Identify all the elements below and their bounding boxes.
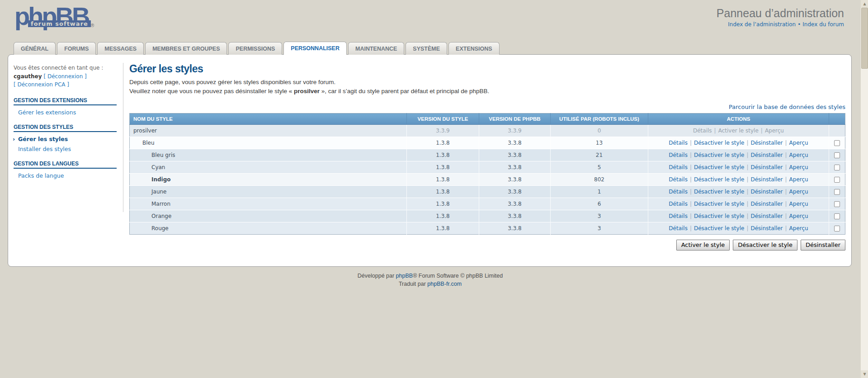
- action-link-apercu[interactable]: Aperçu: [789, 189, 808, 195]
- action-link-desinstaller[interactable]: Désinstaller: [750, 201, 783, 207]
- action-link-desactiver-le-style[interactable]: Désactiver le style: [694, 189, 744, 195]
- action-link-details[interactable]: Détails: [693, 128, 712, 134]
- row-checkbox[interactable]: [834, 201, 840, 207]
- row-checkbox[interactable]: [834, 177, 840, 183]
- scrollbar-thumb[interactable]: [861, 8, 868, 69]
- tab-systeme[interactable]: SYSTÈME: [406, 42, 447, 55]
- action-link-apercu[interactable]: Aperçu: [789, 164, 808, 170]
- style-name: Cyan: [130, 161, 407, 174]
- tab-forums[interactable]: FORUMS: [57, 42, 96, 55]
- sidebar-item-installer-des-styles[interactable]: Installer des styles: [14, 146, 117, 152]
- style-row-jaune: Jaune1.3.83.3.81Détails|Désactiver le st…: [130, 186, 845, 198]
- action-link-apercu[interactable]: Aperçu: [789, 225, 808, 232]
- action-link-desactiver-le-style[interactable]: Désactiver le style: [694, 140, 744, 146]
- action-separator: |: [688, 201, 694, 207]
- bulk-action-buttons: Activer le styleDésactiver le styleDésin…: [129, 240, 845, 250]
- breadcrumb-link-admin-index[interactable]: Index de l’administration: [728, 21, 796, 28]
- checkbox-cell: [829, 222, 845, 235]
- user-info: Vous êtes connecté en tant que : cgauthe…: [14, 64, 117, 89]
- action-separator: |: [688, 176, 694, 183]
- vertical-scrollbar[interactable]: ▲ ▼: [860, 0, 868, 378]
- row-checkbox[interactable]: [834, 165, 840, 170]
- sidebar-item-packs-de-langue[interactable]: Packs de langue: [14, 172, 117, 179]
- action-link-desactiver-le-style[interactable]: Désactiver le style: [694, 201, 744, 207]
- sidebar-item-label[interactable]: Installer des styles: [18, 146, 71, 152]
- style-name: Indigo: [130, 174, 407, 186]
- page-title: Gérer les styles: [129, 63, 845, 75]
- scroll-down-arrow-icon[interactable]: ▼: [861, 370, 868, 378]
- action-link-details[interactable]: Détails: [669, 189, 688, 195]
- action-link-apercu[interactable]: Aperçu: [765, 128, 784, 134]
- browse-styles-database-link[interactable]: Parcourir la base de données des styles: [729, 104, 845, 110]
- active-item-arrow-icon: ›: [13, 136, 15, 142]
- sidebar-item-label[interactable]: Packs de langue: [18, 172, 64, 179]
- row-checkbox[interactable]: [834, 189, 840, 195]
- footer-credit-line: Développé par phpBB® Forum Software © ph…: [0, 272, 860, 280]
- row-checkbox[interactable]: [834, 152, 840, 158]
- action-link-apercu[interactable]: Aperçu: [789, 201, 808, 207]
- phpbb-version: 3.3.8: [479, 222, 551, 235]
- action-link-desactiver-le-style[interactable]: Désactiver le style: [694, 152, 744, 158]
- action-link-apercu[interactable]: Aperçu: [789, 176, 808, 183]
- style-name: Orange: [130, 210, 407, 222]
- action-link-desactiver-le-style[interactable]: Désactiver le style: [694, 164, 744, 170]
- action-link-desactiver-le-style[interactable]: Désactiver le style: [694, 225, 744, 232]
- action-link-desactiver-le-style[interactable]: Désactiver le style: [694, 213, 744, 219]
- actions-cell: Détails|Désactiver le style|Désinstaller…: [648, 149, 829, 161]
- action-link-desinstaller[interactable]: Désinstaller: [750, 164, 783, 170]
- action-link-details[interactable]: Détails: [669, 225, 688, 232]
- style-version: 3.3.9: [407, 125, 479, 137]
- action-link-details[interactable]: Détails: [669, 176, 688, 183]
- action-link-desinstaller[interactable]: Désinstaller: [750, 140, 783, 146]
- row-checkbox[interactable]: [834, 226, 840, 232]
- footer: Développé par phpBB® Forum Software © ph…: [0, 272, 860, 288]
- sidebar-item-gerer-les-extensions[interactable]: Gérer les extensions: [14, 109, 117, 116]
- style-name: prosilver: [130, 125, 407, 137]
- tab-maintenance[interactable]: MAINTENANCE: [348, 42, 404, 55]
- tab-general[interactable]: GÉNÉRAL: [14, 42, 56, 55]
- tab-extensions[interactable]: EXTENSIONS: [448, 42, 500, 55]
- tab-membres-et-groupes[interactable]: MEMBRES ET GROUPES: [145, 42, 227, 55]
- action-link-details[interactable]: Détails: [669, 213, 688, 219]
- breadcrumb-link-forum-index[interactable]: Index du forum: [802, 21, 844, 28]
- checkbox-cell: [829, 174, 845, 186]
- phpbb-link[interactable]: phpBB: [396, 273, 413, 279]
- style-name: Jaune: [130, 186, 407, 198]
- action-link-details[interactable]: Détails: [669, 164, 688, 170]
- menu-section-gestion-des-styles: GESTION DES STYLES›Gérer les stylesInsta…: [14, 124, 117, 152]
- sidebar-item-gerer-les-styles[interactable]: ›Gérer les styles: [14, 136, 117, 142]
- action-link-activer-le-style[interactable]: Activer le style: [718, 128, 759, 134]
- row-checkbox[interactable]: [834, 140, 840, 146]
- sidebar-item-label[interactable]: Gérer les styles: [18, 136, 68, 142]
- action-link-desactiver-le-style[interactable]: Désactiver le style: [694, 176, 744, 183]
- action-link-details[interactable]: Détails: [669, 140, 688, 146]
- row-checkbox[interactable]: [834, 213, 840, 219]
- action-link-details[interactable]: Détails: [669, 201, 688, 207]
- sidebar-item-label[interactable]: Gérer les extensions: [18, 109, 76, 116]
- action-link-desinstaller[interactable]: Désinstaller: [750, 213, 783, 219]
- action-separator: |: [744, 213, 750, 219]
- desactiver-le-style-button[interactable]: Désactiver le style: [733, 240, 797, 250]
- style-row-orange: Orange1.3.83.3.83Détails|Désactiver le s…: [130, 210, 845, 222]
- activer-le-style-button[interactable]: Activer le style: [676, 240, 730, 250]
- action-link-details[interactable]: Détails: [669, 152, 688, 158]
- action-link-desinstaller[interactable]: Désinstaller: [750, 152, 783, 158]
- action-link-apercu[interactable]: Aperçu: [789, 152, 808, 158]
- style-row-bleu: Bleu1.3.83.3.813Détails|Désactiver le st…: [130, 137, 845, 149]
- phpbb-fr-link[interactable]: phpBB-fr.com: [427, 281, 462, 287]
- tab-permissions[interactable]: PERMISSIONS: [228, 42, 282, 55]
- tab-personnaliser[interactable]: PERSONNALISER: [283, 42, 347, 55]
- scroll-up-arrow-icon[interactable]: ▲: [861, 0, 868, 8]
- logo-tagline: forum software: [28, 20, 91, 27]
- action-link-apercu[interactable]: Aperçu: [789, 140, 808, 146]
- action-link-desinstaller[interactable]: Désinstaller: [750, 189, 783, 195]
- tab-messages[interactable]: MESSAGES: [97, 42, 144, 55]
- action-link-desinstaller[interactable]: Désinstaller: [750, 225, 783, 232]
- action-link-apercu[interactable]: Aperçu: [789, 213, 808, 219]
- logout-link[interactable]: [ Déconnexion ]: [43, 73, 86, 80]
- used-by-count: 21: [551, 149, 648, 161]
- desinstaller-button[interactable]: Désinstaller: [801, 240, 845, 250]
- used-by-count: 1: [551, 186, 648, 198]
- action-link-desinstaller[interactable]: Désinstaller: [750, 176, 783, 183]
- logout-pca-link[interactable]: [ Déconnexion PCA ]: [14, 81, 69, 88]
